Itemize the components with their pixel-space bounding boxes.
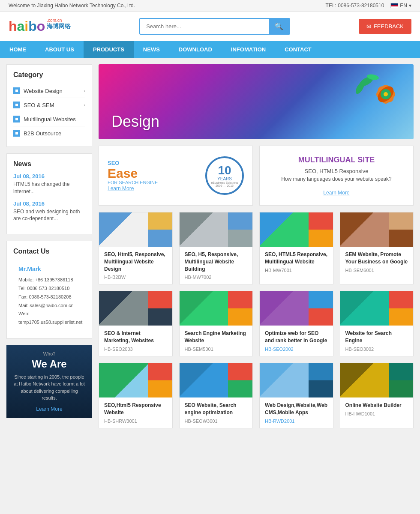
product-card-mw7001[interactable]: SEO, HTML5 Responsive, Multilingual Webs… xyxy=(259,212,333,284)
product-card-shrw3001[interactable]: SEO,Html5 Responsive Website HB-SHRW3001 xyxy=(99,363,173,428)
ten-years-badge: 10 YEARS eBusiness Solutions 2005 — 2015 xyxy=(205,156,244,195)
content-area: Design SEO Ease xyxy=(99,64,414,435)
product-card-mw7002[interactable]: SEO, H5, Responsive, Multilingual Websit… xyxy=(179,212,253,284)
website-design-icon xyxy=(13,87,20,94)
who-desc: Since starting in 2005, the people at Ha… xyxy=(13,374,86,402)
feedback-button[interactable]: ✉ FEEDBACK xyxy=(359,19,411,34)
phone-number: TEL: 0086-573-82180510 xyxy=(326,3,384,9)
product-card-seo2002[interactable]: Optimize web for SEO and rank better in … xyxy=(259,291,333,356)
product-thumb-sem6001 xyxy=(340,212,414,247)
product-name-seow3001: SEO Website, Search engine optimization xyxy=(185,402,248,416)
product-thumb-seow3001 xyxy=(180,363,253,397)
product-card-hwd1001[interactable]: Online Website Builder HB-HWD1001 xyxy=(340,363,414,428)
language-selector[interactable]: EN ▾ xyxy=(390,3,411,9)
multilingual-icon xyxy=(13,116,20,123)
who-title: We Are xyxy=(32,358,66,370)
product-name-sem6001: SEM Website, Promote Your Business on Go… xyxy=(345,251,408,266)
nav-products[interactable]: PRODUCTS xyxy=(84,41,134,58)
nav-home[interactable]: HOME xyxy=(0,41,36,58)
product-name-mw7001: SEO, HTML5 Responsive, Multilingual Webs… xyxy=(265,251,328,266)
category-website-design[interactable]: Website Design › xyxy=(13,84,85,98)
product-thumb-seo2003 xyxy=(99,291,172,326)
product-thumb-seo2002 xyxy=(260,291,333,326)
top-bar: Welcome to Jiaxing Haibo Network Technol… xyxy=(0,0,420,12)
product-card-sem5001[interactable]: Search Engine Marketing Website HB-SEM50… xyxy=(179,291,253,356)
product-name-seo3002: Website for Search Engine xyxy=(345,330,408,344)
category-multilingual[interactable]: Multilingual Websites xyxy=(13,112,85,126)
product-thumb-rwd2001 xyxy=(260,363,333,397)
search-input[interactable] xyxy=(140,20,269,33)
ten-years-number: 10 xyxy=(218,164,231,176)
category-multilingual-label: Multilingual Websites xyxy=(24,116,76,123)
seo-learn-more-link[interactable]: Learn More xyxy=(108,185,134,191)
product-thumb-sem5001 xyxy=(180,291,253,326)
welcome-text: Welcome to Jiaxing Haibo Network Technol… xyxy=(9,3,135,9)
product-code-rwd2001: HB-RWD2001 xyxy=(265,418,328,424)
product-name-seo2003: SEO & Internet Marketing, Websites xyxy=(104,330,167,344)
product-thumb-mw7002 xyxy=(180,212,253,247)
multilingual-learn-more-link[interactable]: Learn More xyxy=(323,190,349,196)
category-website-design-label: Website Design xyxy=(24,88,63,94)
who-we-are-box: Who? We Are Since starting in 2005, the … xyxy=(6,345,92,418)
nav-contact[interactable]: CONTACT xyxy=(275,41,321,58)
product-thumb-shrw3001 xyxy=(99,363,172,397)
product-card-rwd2001[interactable]: Web Design,Website,Web CMS,Mobile Apps H… xyxy=(259,363,333,428)
product-card-seo3002[interactable]: Website for Search Engine HB-SEO3002 xyxy=(340,291,414,356)
product-name-rwd2001: Web Design,Website,Web CMS,Mobile Apps xyxy=(265,402,328,416)
header: haibo .com.cn 海博网络 🔍 ✉ FEEDBACK xyxy=(0,12,420,41)
hero-banner: Design xyxy=(99,64,414,139)
product-card-b2bw[interactable]: SEO, Html5, Responsive, Multilingual Web… xyxy=(99,212,173,284)
top-bar-right: TEL: 0086-573-82180510 EN ▾ xyxy=(326,3,411,9)
product-card-sem6001[interactable]: SEM Website, Promote Your Business on Go… xyxy=(340,212,414,284)
nav-about[interactable]: ABOUT US xyxy=(36,41,84,58)
feedback-envelope-icon: ✉ xyxy=(366,23,371,30)
nav-news[interactable]: NEWS xyxy=(134,41,169,58)
product-code-mw7002: HB-MW7002 xyxy=(185,275,248,280)
product-name-shrw3001: SEO,Html5 Responsive Website xyxy=(104,402,167,416)
for-search-text: FOR SEARCH ENGINE xyxy=(108,180,158,185)
feedback-label: FEEDBACK xyxy=(374,23,404,30)
lang-label: EN xyxy=(400,3,407,9)
logo-text: haibo xyxy=(9,18,45,34)
seo-label: SEO xyxy=(108,160,158,166)
product-card-seow3001[interactable]: SEO Website, Search engine optimization … xyxy=(179,363,253,428)
years-sub: eBusiness Solutions xyxy=(211,181,238,184)
category-b2b[interactable]: B2B Outsource xyxy=(13,126,85,140)
product-card-seo2003[interactable]: SEO & Internet Marketing, Websites HB-SE… xyxy=(99,291,173,356)
news-text-1: HTML5 has changed the internet... xyxy=(13,181,85,195)
search-box[interactable]: 🔍 xyxy=(139,18,290,35)
category-seo-sem[interactable]: SEO & SEM › xyxy=(13,98,85,112)
multilingual-sub2: How many languages does your website spe… xyxy=(281,176,391,182)
news-date-1: Jul 08, 2016 xyxy=(13,173,85,179)
nav-download[interactable]: DOWNLOAD xyxy=(169,41,222,58)
product-code-sem6001: HB-SEM6001 xyxy=(345,268,408,273)
promo-multilingual-card: MULTILINGUAL SITE SEO, HTML5 Responsive … xyxy=(259,146,414,206)
who-learn-more-link[interactable]: Learn More xyxy=(36,406,62,412)
search-button[interactable]: 🔍 xyxy=(269,19,289,34)
category-box: Category Website Design › SEO & SEM › Mu… xyxy=(6,64,92,147)
product-code-mw7001: HB-MW7001 xyxy=(265,268,328,273)
product-name-mw7002: SEO, H5, Responsive, Multilingual Websit… xyxy=(185,251,248,272)
contact-mobile: Mobile: +86 13957386118 Tel: 0086-573-82… xyxy=(18,276,80,327)
logo[interactable]: haibo .com.cn 海博网络 xyxy=(9,18,71,34)
product-code-seow3001: HB-SEOW3001 xyxy=(185,418,248,424)
product-grid: SEO, Html5, Responsive, Multilingual Web… xyxy=(99,212,414,428)
news-item-2: Jul 08, 2016 SEO and web designing both … xyxy=(13,200,85,223)
news-date-2: Jul 08, 2016 xyxy=(13,200,85,207)
logo-subtitle: .com.cn 海博网络 xyxy=(47,18,71,30)
multilingual-sub1: SEO, HTML5 Responsive xyxy=(305,168,369,174)
svg-point-5 xyxy=(384,92,388,96)
ease-text: Ease xyxy=(108,167,158,180)
product-thumb-b2bw xyxy=(99,212,172,247)
chevron-right-icon: › xyxy=(84,102,85,108)
contact-title: Contact Us xyxy=(13,248,85,255)
news-item-1: Jul 08, 2016 HTML5 has changed the inter… xyxy=(13,173,85,195)
years-label: YEARS xyxy=(217,176,232,181)
nav-infomation[interactable]: INFOMATION xyxy=(222,41,275,58)
b2b-icon xyxy=(13,130,20,137)
product-code-seo3002: HB-SEO3002 xyxy=(345,347,408,352)
contact-details: Mr.Mark Mobile: +86 13957386118 Tel: 008… xyxy=(13,260,85,332)
promo-row: SEO Ease FOR SEARCH ENGINE Learn More 10… xyxy=(99,146,414,206)
news-text-2: SEO and web designing both are co-depend… xyxy=(13,208,85,223)
seo-sem-icon xyxy=(13,102,20,108)
